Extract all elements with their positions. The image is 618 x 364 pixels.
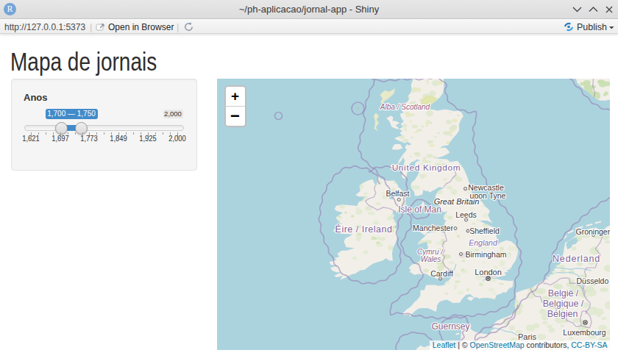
svg-text:Birmingham: Birmingham (465, 249, 506, 258)
svg-text:Leeds: Leeds (455, 210, 477, 218)
svg-text:Belgien: Belgien (547, 308, 578, 318)
svg-text:Isle of Man: Isle of Man (398, 204, 441, 215)
svg-text:Guernsey: Guernsey (431, 321, 469, 331)
svg-text:London: London (475, 268, 502, 276)
svg-text:England: England (469, 238, 498, 247)
svg-text:België /: België / (547, 288, 578, 298)
svg-text:United Kingdom: United Kingdom (391, 162, 461, 172)
svg-text:Sheffield: Sheffield (469, 226, 500, 235)
svg-text:Luxembourg: Luxembourg (563, 327, 606, 336)
svg-text:Manchester: Manchester (413, 224, 453, 232)
svg-text:Belgique /: Belgique / (542, 298, 583, 308)
svg-text:Alba / Scotland: Alba / Scotland (379, 103, 430, 111)
svg-text:Paris: Paris (517, 332, 536, 340)
svg-text:Cymru /: Cymru / (417, 247, 444, 255)
svg-text:Wales: Wales (420, 255, 441, 263)
svg-text:Cardiff: Cardiff (430, 269, 453, 278)
svg-text:Belfast: Belfast (386, 189, 409, 198)
svg-text:Nederland: Nederland (553, 253, 600, 263)
svg-text:Groninger: Groninger (575, 226, 610, 235)
svg-text:Éire / Ireland: Éire / Ireland (335, 223, 392, 234)
svg-text:Düsseldo: Düsseldo (576, 276, 608, 285)
